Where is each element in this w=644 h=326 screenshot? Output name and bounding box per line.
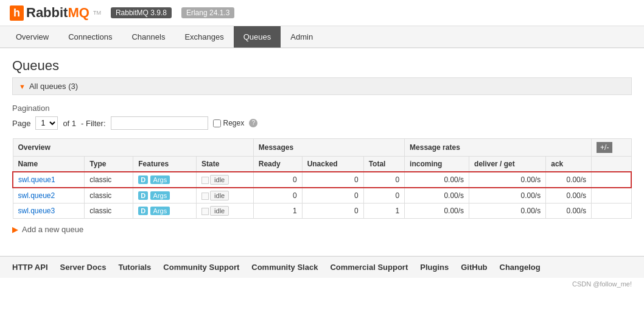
help-icon[interactable]: ? xyxy=(249,119,257,127)
content: Queues ▼ All queues (3) Pagination Page … xyxy=(0,48,644,244)
regex-checkbox[interactable] xyxy=(213,119,221,127)
cell-state: idle xyxy=(197,172,254,188)
feature-d-badge: D xyxy=(138,207,148,215)
cell-state: idle xyxy=(197,204,254,219)
footer-http-api[interactable]: HTTP API xyxy=(12,263,48,272)
queue-name-link[interactable]: swl.queue3 xyxy=(18,207,55,215)
col-extra xyxy=(592,157,631,172)
nav-overview[interactable]: Overview xyxy=(6,26,58,48)
queue-name-link[interactable]: swl.queue1 xyxy=(18,175,55,184)
plus-minus-header[interactable]: +/- xyxy=(592,139,631,157)
state-box-icon xyxy=(201,177,209,184)
table-row[interactable]: swl.queue1 classic D Args idle 0 0 0 0.0… xyxy=(13,172,631,188)
footer-community-support[interactable]: Community Support xyxy=(163,263,239,272)
nav-queues[interactable]: Queues xyxy=(234,26,281,48)
cell-incoming: 0.00/s xyxy=(405,204,469,219)
queue-table: Overview Messages Message rates +/- Name… xyxy=(12,138,632,219)
cell-features: D Args xyxy=(133,188,197,204)
cell-type: classic xyxy=(85,188,133,204)
logo-rabbit: Rabbit xyxy=(26,5,68,20)
regex-check[interactable]: Regex xyxy=(213,119,245,127)
state-box-icon xyxy=(201,193,209,200)
feature-args-badge: Args xyxy=(150,207,170,215)
cell-incoming: 0.00/s xyxy=(405,172,469,188)
cell-name[interactable]: swl.queue3 xyxy=(13,204,85,219)
cell-unacked: 0 xyxy=(302,188,363,204)
nav-admin[interactable]: Admin xyxy=(281,26,323,48)
regex-label: Regex xyxy=(223,119,245,127)
col-name: Name xyxy=(13,157,85,172)
erlang-badge: Erlang 24.1.3 xyxy=(181,7,234,18)
col-deliver-get: deliver / get xyxy=(469,157,546,172)
cell-name[interactable]: swl.queue2 xyxy=(13,188,85,204)
col-state: State xyxy=(197,157,254,172)
top-header: h RabbitMQ TM RabbitMQ 3.9.8 Erlang 24.1… xyxy=(0,0,644,26)
feature-args-badge: Args xyxy=(150,191,170,200)
col-type: Type xyxy=(85,157,133,172)
footer-commercial-support[interactable]: Commercial Support xyxy=(330,263,408,272)
cell-total: 1 xyxy=(363,204,404,219)
col-ready: Ready xyxy=(253,157,302,172)
add-queue-label: Add a new queue xyxy=(22,225,83,234)
pagination-label: Pagination xyxy=(12,104,632,113)
cell-state: idle xyxy=(197,188,254,204)
cell-ack: 0.00/s xyxy=(546,204,592,219)
cell-unacked: 0 xyxy=(302,172,363,188)
plus-minus-button[interactable]: +/- xyxy=(597,142,612,153)
table-row[interactable]: swl.queue2 classic D Args idle 0 0 0 0.0… xyxy=(13,188,631,204)
group-overview-header: Overview xyxy=(13,139,253,157)
logo-text: RabbitMQ xyxy=(26,5,89,21)
page-label: Page xyxy=(12,119,30,128)
cell-ready: 0 xyxy=(253,188,302,204)
page-title: Queues xyxy=(12,58,632,74)
logo-tm: TM xyxy=(93,10,101,16)
cell-deliver-get: 0.00/s xyxy=(469,188,546,204)
filter-label: - Filter: xyxy=(81,119,105,128)
table-row[interactable]: swl.queue3 classic D Args idle 1 0 1 0.0… xyxy=(13,204,631,219)
nav-exchanges[interactable]: Exchanges xyxy=(175,26,233,48)
feature-d-badge: D xyxy=(138,175,148,184)
group-rates-header: Message rates xyxy=(405,139,592,157)
cell-incoming: 0.00/s xyxy=(405,188,469,204)
filter-input[interactable] xyxy=(111,116,208,130)
cell-extra xyxy=(592,204,631,219)
footer-changelog[interactable]: Changelog xyxy=(500,263,541,272)
col-total: Total xyxy=(363,157,404,172)
section-arrow-icon: ▼ xyxy=(19,83,26,90)
add-queue-arrow-icon: ▶ xyxy=(12,225,18,234)
main-nav: Overview Connections Channels Exchanges … xyxy=(0,26,644,48)
footer: HTTP API Server Docs Tutorials Community… xyxy=(0,256,644,278)
cell-name[interactable]: swl.queue1 xyxy=(13,172,85,188)
col-features: Features xyxy=(133,157,197,172)
nav-channels[interactable]: Channels xyxy=(122,26,175,48)
page-of: of 1 xyxy=(63,119,76,128)
cell-type: classic xyxy=(85,172,133,188)
feature-args-badge: Args xyxy=(150,175,170,184)
logo: h RabbitMQ TM xyxy=(10,5,101,21)
cell-extra xyxy=(592,172,631,188)
footer-tutorials[interactable]: Tutorials xyxy=(118,263,151,272)
nav-connections[interactable]: Connections xyxy=(58,26,122,48)
footer-plugins[interactable]: Plugins xyxy=(420,263,449,272)
add-queue-section[interactable]: ▶ Add a new queue xyxy=(12,225,632,234)
cell-ack: 0.00/s xyxy=(546,172,592,188)
watermark: CSDN @follow_me! xyxy=(0,278,644,290)
page-select[interactable]: 1 xyxy=(35,116,58,130)
footer-server-docs[interactable]: Server Docs xyxy=(60,263,107,272)
cell-features: D Args xyxy=(133,172,197,188)
cell-ready: 0 xyxy=(253,172,302,188)
cell-ack: 0.00/s xyxy=(546,188,592,204)
logo-mq: MQ xyxy=(68,5,89,20)
pagination-row: Page 1 of 1 - Filter: Regex ? xyxy=(12,116,632,130)
group-messages-header: Messages xyxy=(253,139,404,157)
footer-github[interactable]: GitHub xyxy=(461,263,487,272)
queue-name-link[interactable]: swl.queue2 xyxy=(18,191,55,200)
footer-community-slack[interactable]: Community Slack xyxy=(251,263,318,272)
state-box-icon xyxy=(201,208,209,215)
cell-features: D Args xyxy=(133,204,197,219)
col-incoming: incoming xyxy=(405,157,469,172)
section-header[interactable]: ▼ All queues (3) xyxy=(12,77,632,95)
cell-deliver-get: 0.00/s xyxy=(469,204,546,219)
cell-type: classic xyxy=(85,204,133,219)
state-badge: idle xyxy=(210,206,229,216)
